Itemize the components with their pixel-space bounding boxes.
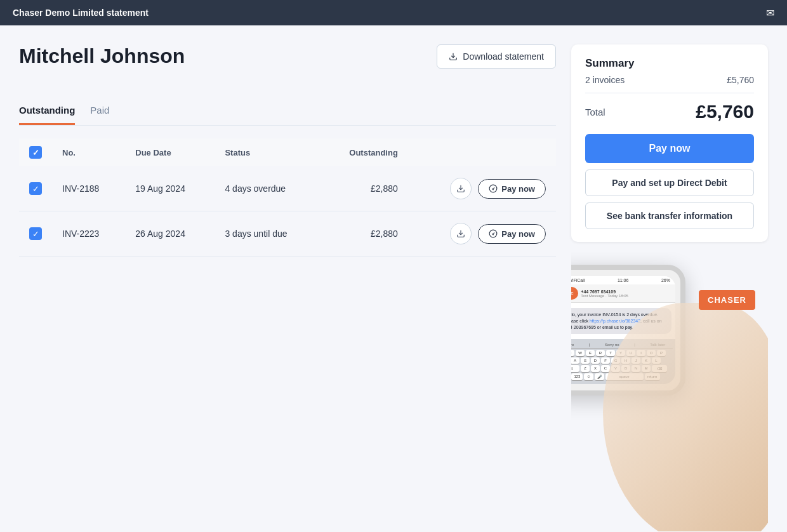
col-actions bbox=[408, 138, 556, 166]
download-invoice-btn-0[interactable] bbox=[450, 178, 472, 199]
title-suffix: statement bbox=[107, 8, 149, 18]
carrier: EE WiFiCall bbox=[571, 278, 585, 283]
col-due-date: Due Date bbox=[125, 138, 215, 166]
col-status: Status bbox=[215, 138, 320, 166]
key-s[interactable]: S bbox=[581, 357, 590, 364]
invoice-total: £5,760 bbox=[727, 75, 754, 85]
total-label: Total bbox=[585, 107, 605, 117]
svg-point-2 bbox=[489, 185, 497, 192]
svg-point-4 bbox=[489, 230, 497, 237]
key-w[interactable]: W bbox=[576, 350, 585, 356]
row-checkbox-cell-1: ✓ bbox=[19, 211, 52, 256]
row-checkbox-cell-0: ✓ bbox=[19, 166, 52, 211]
download-btn-label: Download statement bbox=[463, 51, 544, 62]
key-r[interactable]: R bbox=[596, 350, 605, 356]
row-id-0: INV-2188 bbox=[52, 166, 125, 211]
hand-illustration bbox=[603, 303, 768, 531]
key-f[interactable]: F bbox=[601, 357, 610, 364]
phone-header: ‹ C +44 7697 034109 Text Message · Today… bbox=[571, 284, 675, 303]
row-actions-1: Pay now bbox=[408, 211, 556, 256]
main-layout: Mitchell Johnson Download statement Outs… bbox=[0, 25, 787, 532]
row-amount-0: £2,880 bbox=[320, 166, 407, 211]
summary-card: Summary 2 invoices £5,760 Total £5,760 P… bbox=[571, 44, 768, 242]
summary-total-row: Total £5,760 bbox=[585, 101, 754, 123]
message-link: https://p.chaser.io/382342 bbox=[590, 319, 640, 323]
time: 11:06 bbox=[618, 278, 629, 283]
table-header-row: ✓ No. Due Date Status Outstanding bbox=[19, 138, 556, 166]
key-x[interactable]: X bbox=[591, 365, 600, 372]
topbar-title: Chaser Demo Limited statement bbox=[13, 8, 149, 18]
shift-key[interactable]: ⇧ bbox=[571, 365, 579, 372]
row-id-1: INV-2223 bbox=[52, 211, 125, 256]
header-checkbox-cell: ✓ bbox=[19, 138, 52, 166]
left-panel: Mitchell Johnson Download statement Outs… bbox=[19, 44, 556, 531]
row-due-date-1: 26 Aug 2024 bbox=[125, 211, 215, 256]
row-checkbox-1[interactable]: ✓ bbox=[29, 227, 42, 240]
table-row: ✓ INV-2188 19 Aug 2024 4 days overdue £2… bbox=[19, 166, 556, 211]
see-info-button[interactable]: See bank transfer information bbox=[585, 203, 754, 229]
company-name: Chaser Demo Limited bbox=[13, 8, 104, 18]
download-invoice-btn-1[interactable] bbox=[450, 223, 472, 244]
row-amount-1: £2,880 bbox=[320, 211, 407, 256]
pay-invoice-btn-1[interactable]: Pay now bbox=[478, 224, 546, 244]
topbar: Chaser Demo Limited statement ✉ bbox=[0, 0, 787, 25]
header-row: Mitchell Johnson Download statement bbox=[19, 44, 556, 83]
phone-statusbar: EE WiFiCall 11:06 26% bbox=[571, 276, 675, 284]
row-status-1: 3 days until due bbox=[215, 211, 320, 256]
key-q[interactable]: Q bbox=[571, 350, 574, 356]
col-outstanding: Outstanding bbox=[320, 138, 407, 166]
key-t[interactable]: T bbox=[606, 350, 615, 356]
tab-paid[interactable]: Paid bbox=[90, 98, 109, 125]
chaser-avatar: C bbox=[571, 287, 578, 300]
num-key[interactable]: 123 bbox=[571, 373, 583, 380]
phone-area: EE WiFiCall 11:06 26% ‹ C +44 7697 03410… bbox=[571, 252, 768, 531]
col-number: No. bbox=[52, 138, 125, 166]
mail-icon[interactable]: ✉ bbox=[766, 7, 774, 19]
key-d[interactable]: D bbox=[591, 357, 600, 364]
direct-debit-button[interactable]: Pay and set up Direct Debit bbox=[585, 170, 754, 196]
download-statement-button[interactable]: Download statement bbox=[437, 44, 556, 69]
pay-now-button[interactable]: Pay now bbox=[585, 134, 754, 163]
total-value: £5,760 bbox=[696, 101, 754, 123]
emoji-key[interactable]: ☺ bbox=[584, 373, 593, 380]
page-title: Mitchell Johnson bbox=[19, 44, 185, 68]
suggestion-divider: | bbox=[589, 343, 590, 347]
invoice-table: ✓ No. Due Date Status Outstanding ✓ INV-… bbox=[19, 138, 556, 256]
download-icon bbox=[449, 52, 458, 61]
row-due-date-0: 19 Aug 2024 bbox=[125, 166, 215, 211]
row-actions-0: Pay now bbox=[408, 166, 556, 211]
right-panel: Summary 2 invoices £5,760 Total £5,760 P… bbox=[571, 44, 768, 531]
phone-contact: +44 7697 034109 Text Message · Today 18:… bbox=[581, 289, 628, 298]
table-row: ✓ INV-2223 26 Aug 2024 3 days until due … bbox=[19, 211, 556, 256]
tab-outstanding[interactable]: Outstanding bbox=[19, 98, 75, 125]
key-e[interactable]: E bbox=[586, 350, 595, 356]
invoice-count: 2 invoices bbox=[585, 75, 625, 85]
row-checkbox-0[interactable]: ✓ bbox=[29, 182, 42, 195]
key-a[interactable]: A bbox=[571, 357, 579, 364]
summary-title: Summary bbox=[585, 57, 754, 70]
suggestion-sure: Sure bbox=[571, 343, 574, 347]
pay-invoice-btn-0[interactable]: Pay now bbox=[478, 179, 546, 199]
row-status-0: 4 days overdue bbox=[215, 166, 320, 211]
suggestion-sorry: Sorry no bbox=[605, 343, 619, 347]
battery: 26% bbox=[661, 278, 670, 283]
contact-number: +44 7697 034109 bbox=[581, 289, 628, 294]
key-z[interactable]: Z bbox=[581, 365, 590, 372]
mic-key[interactable]: 🎤 bbox=[595, 373, 604, 380]
chaser-logo: CHASER bbox=[699, 290, 755, 310]
summary-invoices-row: 2 invoices £5,760 bbox=[585, 75, 754, 93]
header-checkbox[interactable]: ✓ bbox=[29, 146, 42, 159]
tabs-container: Outstanding Paid bbox=[19, 98, 556, 126]
